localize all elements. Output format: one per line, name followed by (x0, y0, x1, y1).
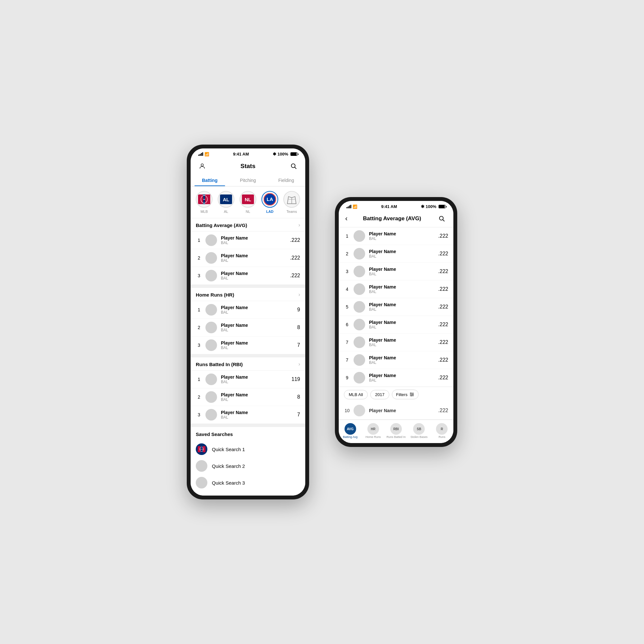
hr-player-3[interactable]: 3 Player Name BAL 7 (191, 336, 305, 354)
bottom-tab-hr[interactable]: HR Home Runs (362, 422, 384, 440)
saved-item-3[interactable]: Quick Search 3 (196, 474, 300, 491)
section-avg-header[interactable]: Batting Average (AVG) › (191, 218, 305, 232)
filters-button[interactable]: Filters (392, 390, 419, 399)
filter-teams[interactable]: Teams (283, 191, 300, 213)
nav-bar-1: Stats (191, 158, 305, 175)
p2-team-7b: BAL (369, 360, 438, 365)
tab-batting[interactable]: Batting (191, 175, 229, 186)
section-hr-header[interactable]: Home Runs (HR) › (191, 288, 305, 301)
team-hr-2: BAL (221, 328, 297, 332)
p2-team-7a: BAL (369, 343, 438, 347)
p2-team-1: BAL (369, 236, 438, 241)
name-avg-2: Player Name (221, 253, 290, 258)
filter-label-lad: LAD (266, 210, 274, 213)
status-bar-2: 📶 9:41 AM ✱ 100% (339, 201, 453, 211)
tab-fielding[interactable]: Fielding (267, 175, 305, 186)
hr-player-1[interactable]: 1 Player Name BAL 9 (191, 301, 305, 319)
saved-icon-2 (196, 460, 207, 472)
name-avg-3: Player Name (221, 271, 290, 276)
p2-player-4[interactable]: 4 Player Name BAL .222 (339, 280, 453, 298)
p2-name-2: Player Name (369, 249, 438, 254)
bottom-tab-rbi[interactable]: RBI Runs Batted In (384, 422, 407, 440)
p2-player-9[interactable]: 9 Player Name BAL .222 (339, 369, 453, 387)
search-icon-2[interactable] (437, 213, 447, 224)
team-hr-3: BAL (221, 346, 297, 350)
p2-player-7b[interactable]: 7 Player Name BAL .222 (339, 351, 453, 369)
p2-avatar-3 (354, 266, 365, 277)
p2-avatar-10 (354, 405, 365, 416)
avatar-avg-3 (205, 270, 217, 281)
filter-lad[interactable]: LA LAD (261, 191, 278, 213)
status-right-2: ✱ 100% (421, 204, 446, 209)
p2-player-3[interactable]: 3 Player Name BAL .222 (339, 263, 453, 280)
bottom-tab-r[interactable]: R Runs (431, 422, 453, 440)
p2-stat-5: .222 (438, 304, 448, 310)
nav-bar-2: ‹ Batting Average (AVG) (339, 211, 453, 227)
saved-item-1[interactable]: Quick Search 1 (196, 441, 300, 458)
profile-icon[interactable] (197, 161, 207, 171)
rbi-player-2[interactable]: 2 Player Name BAL 8 (191, 388, 305, 406)
signal-bars-1 (198, 152, 203, 156)
saved-icon-1 (196, 443, 207, 455)
avg-player-2[interactable]: 2 Player Name BAL .222 (191, 249, 305, 267)
battery-fill-2 (439, 205, 445, 208)
chevron-rbi: › (298, 361, 300, 367)
stat-hr-1: 9 (297, 307, 300, 313)
svg-text:LA: LA (267, 196, 273, 202)
name-rbi-2: Player Name (221, 392, 297, 397)
status-left-2: 📶 (346, 204, 357, 209)
saved-item-2[interactable]: Quick Search 2 (196, 458, 300, 474)
rbi-player-1[interactable]: 1 Player Name BAL 119 (191, 371, 305, 388)
hr-player-2[interactable]: 2 Player Name BAL 8 (191, 319, 305, 336)
time-2: 9:41 AM (381, 204, 397, 209)
p2-player-2[interactable]: 2 Player Name BAL .222 (339, 245, 453, 263)
search-icon-1[interactable] (289, 161, 299, 171)
p2-team-6: BAL (369, 325, 438, 329)
battery-percent-2: 100% (426, 204, 436, 209)
filter-mlb[interactable]: MLB (196, 191, 213, 213)
p2-name-5: Player Name (369, 302, 438, 307)
filter-label-mlb: MLB (201, 210, 208, 213)
section-rbi-header[interactable]: Runs Batted In (RBI) › (191, 357, 305, 371)
avatar-hr-1 (205, 304, 217, 316)
rbi-player-3[interactable]: 3 Player Name BAL 7 (191, 406, 305, 424)
league-pill[interactable]: MLB All (344, 390, 368, 399)
saved-icon-3 (196, 477, 207, 488)
svg-point-21 (440, 216, 443, 220)
bottom-tab-sb[interactable]: SB Stolen Bases (408, 422, 431, 440)
avatar-avg-1 (205, 234, 217, 246)
filter-circle-al: AL (218, 191, 234, 208)
p2-team-2: BAL (369, 254, 438, 259)
filter-label-nl: NL (246, 210, 250, 213)
bottom-tab-avg[interactable]: AVG Batting Avg (339, 422, 362, 440)
avg-player-1[interactable]: 1 Player Name BAL .222 (191, 232, 305, 249)
stat-hr-3: 7 (297, 342, 300, 348)
name-hr-2: Player Name (221, 323, 297, 328)
p2-player-1[interactable]: 1 Player Name BAL .222 (339, 227, 453, 245)
avg-player-3[interactable]: 3 Player Name BAL .222 (191, 267, 305, 285)
saved-label-3: Quick Search 3 (212, 480, 245, 486)
section-rbi-title: Runs Batted In (RBI) (196, 362, 243, 367)
filter-nl[interactable]: NL NL (240, 191, 256, 213)
p2-name-4: Player Name (369, 284, 438, 289)
avatar-hr-3 (205, 339, 217, 351)
p2-player-10[interactable]: 10 Player Name .222 (339, 402, 453, 420)
name-rbi-3: Player Name (221, 410, 297, 415)
chevron-hr: › (298, 292, 300, 298)
phone-1: 📶 9:41 AM ✱ 100% (187, 145, 309, 499)
year-pill[interactable]: 2017 (370, 390, 389, 399)
back-button[interactable]: ‹ (345, 214, 347, 223)
filter-al[interactable]: AL AL (218, 191, 234, 213)
p2-player-6[interactable]: 6 Player Name BAL .222 (339, 316, 453, 334)
section-hr-title: Home Runs (HR) (196, 292, 234, 298)
p2-avatar-2 (354, 248, 365, 260)
filter-toolbar: MLB All 2017 Filters (339, 387, 453, 402)
avatar-avg-2 (205, 252, 217, 264)
p2-player-5[interactable]: 5 Player Name BAL .222 (339, 298, 453, 316)
p2-player-7a[interactable]: 7 Player Name BAL .222 (339, 334, 453, 351)
p2-stat-7a: .222 (438, 339, 448, 345)
battery-icon-1 (290, 152, 298, 156)
svg-line-22 (443, 220, 444, 221)
tab-pitching[interactable]: Pitching (229, 175, 267, 186)
team-rbi-3: BAL (221, 415, 297, 420)
